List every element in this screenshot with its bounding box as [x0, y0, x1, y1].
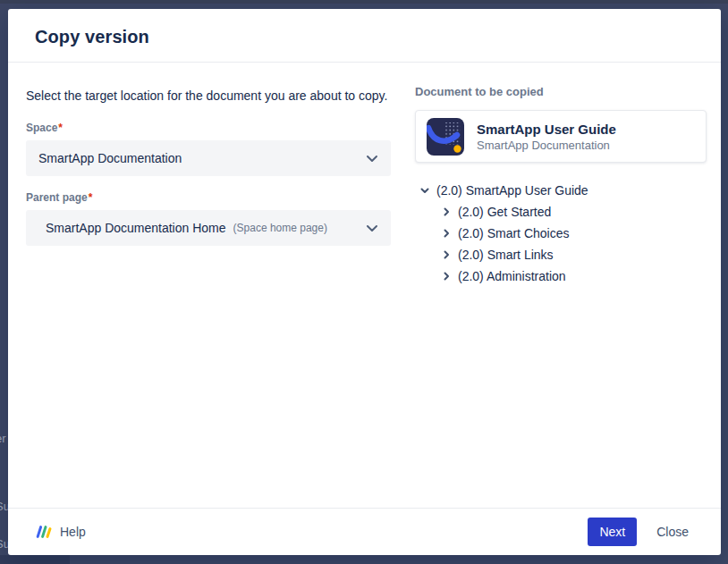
document-card-title: SmartApp User Guide: [477, 121, 616, 138]
tree-item-label: (2.0) Smart Links: [458, 248, 554, 262]
help-link-label: Help: [60, 525, 86, 539]
space-field-label: Space*: [26, 122, 391, 134]
space-label-text: Space: [26, 122, 57, 134]
dialog-body: Select the target location for the docum…: [8, 63, 721, 508]
document-card-subtitle: SmartApp Documentation: [477, 138, 616, 153]
chevron-right-icon[interactable]: [441, 228, 452, 239]
chevron-down-icon: [366, 224, 378, 232]
document-panel: Document to be copied SmartApp User Guid…: [415, 85, 707, 508]
required-asterisk: *: [58, 122, 63, 134]
vendor-logo-icon: [35, 525, 52, 539]
tree-item[interactable]: (2.0) Get Started: [415, 201, 707, 223]
parent-page-select-hint: (Space home page): [233, 222, 327, 234]
tree-item-label: (2.0) SmartApp User Guide: [436, 183, 588, 198]
tree-children: (2.0) Get Started (2.0) Smart Choices (2…: [415, 201, 707, 287]
parent-page-field-label: Parent page*: [26, 191, 391, 204]
document-card: SmartApp User Guide SmartApp Documentati…: [415, 110, 707, 163]
chevron-right-icon[interactable]: [441, 206, 452, 217]
parent-page-label-text: Parent page: [26, 191, 88, 204]
tree-item-label: (2.0) Smart Choices: [458, 226, 569, 240]
space-select[interactable]: SmartApp Documentation: [26, 140, 391, 176]
target-location-form: Select the target location for the docum…: [26, 85, 391, 508]
dialog-description: Select the target location for the docum…: [26, 85, 391, 107]
background-ghost-text: er: [0, 432, 6, 445]
dialog-footer: Help Next Close: [8, 508, 721, 555]
document-panel-heading: Document to be copied: [415, 85, 707, 98]
document-card-text: SmartApp User Guide SmartApp Documentati…: [477, 121, 616, 153]
parent-page-select[interactable]: SmartApp Documentation Home (Space home …: [26, 210, 391, 246]
footer-actions: Next Close: [588, 518, 699, 546]
space-select-value: SmartApp Documentation: [38, 151, 182, 165]
chevron-down-icon[interactable]: [419, 185, 430, 196]
page-tree: (2.0) SmartApp User Guide (2.0) Get Star…: [415, 180, 707, 287]
tree-item[interactable]: (2.0) Smart Links: [415, 244, 707, 265]
chevron-right-icon[interactable]: [441, 271, 452, 282]
backdrop-top-line: [0, 0, 728, 4]
close-button[interactable]: Close: [646, 518, 699, 546]
tree-item-label: (2.0) Administration: [458, 269, 566, 283]
copy-version-dialog: Copy version Select the target location …: [8, 9, 721, 555]
tree-item-label: (2.0) Get Started: [458, 205, 551, 219]
parent-page-select-value: SmartApp Documentation Home: [46, 221, 226, 235]
dialog-title: Copy version: [35, 27, 699, 47]
backdrop-bottom-strip: [0, 555, 70, 564]
help-link[interactable]: Help: [35, 525, 86, 539]
dialog-header: Copy version: [8, 9, 721, 63]
tree-item-root[interactable]: (2.0) SmartApp User Guide: [415, 180, 707, 201]
tree-item[interactable]: (2.0) Smart Choices: [415, 223, 707, 244]
document-app-icon: [427, 118, 464, 156]
required-asterisk: *: [89, 191, 93, 204]
chevron-down-icon: [366, 155, 378, 163]
tree-item[interactable]: (2.0) Administration: [415, 265, 707, 287]
next-button[interactable]: Next: [588, 518, 637, 546]
chevron-right-icon[interactable]: [441, 249, 452, 260]
